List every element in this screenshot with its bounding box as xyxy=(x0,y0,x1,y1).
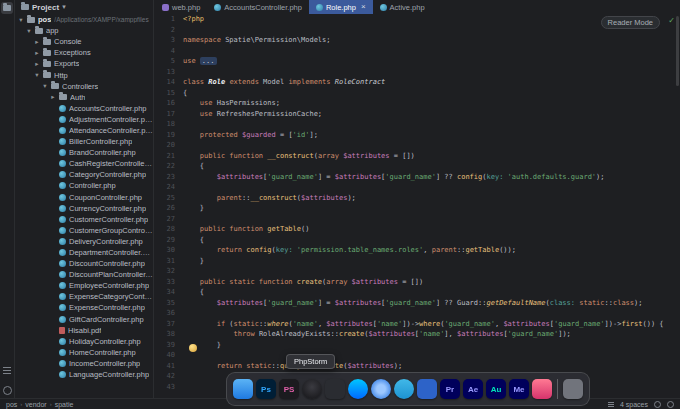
tree-item-http[interactable]: ▾Http xyxy=(15,69,153,80)
dock-finder-icon[interactable] xyxy=(233,379,253,399)
code-token: key: xyxy=(276,246,297,254)
code-line: 18 xyxy=(155,119,680,130)
tree-item-languagecontroller-php[interactable]: LanguageController.php xyxy=(15,369,153,380)
code-editor[interactable]: 1<?php23namespace Spatie\Permission\Mode… xyxy=(155,14,680,398)
project-panel-header[interactable]: Project ▾ xyxy=(15,0,153,14)
structure-tool-button[interactable] xyxy=(1,364,13,376)
code-line: 19 protected $guarded = ['id']; xyxy=(155,130,680,141)
tree-item-expensecategorycontroller-php[interactable]: ExpenseCategoryController.php xyxy=(15,291,153,302)
tree-item-deliverycontroller-php[interactable]: DeliveryController.php xyxy=(15,236,153,247)
chevron-right-icon[interactable]: ▸ xyxy=(34,49,40,57)
dock-premiere-icon[interactable]: Pr xyxy=(440,379,460,399)
tree-item-departmentcontroller-php[interactable]: DepartmentController.php xyxy=(15,247,153,258)
intention-bulb-icon[interactable] xyxy=(189,344,197,352)
code-line: 35 $attributes['guard_name'] = $attribut… xyxy=(155,298,680,309)
tree-item-homecontroller-php[interactable]: HomeController.php xyxy=(15,347,153,358)
dock-photoshop-icon[interactable]: Ps xyxy=(256,379,276,399)
tree-item-auth[interactable]: ▸Auth xyxy=(15,92,153,103)
tree-item-exports[interactable]: ▸Exports xyxy=(15,58,153,69)
code-token: getTable xyxy=(465,246,499,254)
tree-item-cashregistercontroller-php[interactable]: CashRegisterController.php xyxy=(15,158,153,169)
chevron-right-icon[interactable]: ▸ xyxy=(34,38,40,46)
code-line: 17 use RefreshesPermissionCache; xyxy=(155,109,680,120)
line-number: 16 xyxy=(155,98,183,109)
tree-item-controller-php[interactable]: Controller.php xyxy=(15,180,153,191)
chevron-right-icon[interactable]: ▸ xyxy=(50,93,56,101)
dock-obs-icon[interactable] xyxy=(302,379,322,399)
chevron-down-icon[interactable]: ▾ xyxy=(26,27,32,35)
tree-item-accountscontroller-php[interactable]: AccountsController.php xyxy=(15,103,153,114)
tree-item-attendancecontroller-php[interactable]: AttendanceController.php xyxy=(15,125,153,136)
tree-item-expensecontroller-php[interactable]: ExpenseController.php xyxy=(15,302,153,313)
dock-pink-app-icon[interactable] xyxy=(532,379,552,399)
tree-item-incomecontroller-php[interactable]: IncomeController.php xyxy=(15,358,153,369)
chevron-down-icon[interactable]: ▾ xyxy=(42,82,48,90)
inspection-ok-icon[interactable]: ✓ xyxy=(668,16,675,25)
tree-item-app[interactable]: ▾app xyxy=(15,25,153,36)
more-tools-button[interactable] xyxy=(1,384,13,396)
tree-item-pos[interactable]: ▾pos/Applications/XAMPP/xamppfiles xyxy=(15,14,153,25)
breadcrumb-item-spatie[interactable]: spatie xyxy=(55,401,74,408)
dock-phpstorm-icon[interactable]: PS xyxy=(279,379,299,399)
tree-item-console[interactable]: ▸Console xyxy=(15,36,153,47)
code-token: $attributes xyxy=(335,173,381,181)
dock-audition-icon[interactable]: Au xyxy=(486,379,506,399)
code-token: class xyxy=(613,299,634,307)
code-line: 14class Role extends Model implements Ro… xyxy=(155,77,680,88)
dock-messenger-icon[interactable] xyxy=(348,379,368,399)
code-token xyxy=(183,246,217,254)
code-token: <?php xyxy=(183,15,204,23)
code-token: $guarded xyxy=(242,131,276,139)
tree-item-customercontroller-php[interactable]: CustomerController.php xyxy=(15,214,153,225)
tab-web-php[interactable]: web.php xyxy=(155,0,207,14)
tab-active-php[interactable]: Active.php xyxy=(373,0,432,14)
tree-item-employeecontroller-php[interactable]: EmployeeController.php xyxy=(15,280,153,291)
chevron-right-icon[interactable]: ▸ xyxy=(34,60,40,68)
dock-browser-icon[interactable] xyxy=(371,379,391,399)
code-token: Role xyxy=(208,78,229,86)
breadcrumb-item-pos[interactable]: pos xyxy=(6,401,17,408)
indent-setting[interactable]: 4 spaces xyxy=(620,401,648,408)
code-token: parent xyxy=(217,194,242,202)
tree-item-brandcontroller-php[interactable]: BrandController.php xyxy=(15,147,153,158)
dock-after-effects-icon[interactable]: Ae xyxy=(463,379,483,399)
tree-item-hisabi-pdf[interactable]: Hisabi.pdf xyxy=(15,325,153,336)
editor-scrollbar[interactable] xyxy=(676,16,679,86)
tree-item-exceptions[interactable]: ▸Exceptions xyxy=(15,47,153,58)
folded-code-icon[interactable]: ... xyxy=(200,57,217,65)
dock-screen-recorder-icon[interactable] xyxy=(325,379,345,399)
tab-accountscontroller-php[interactable]: AccountsController.php xyxy=(207,0,309,14)
php-class-icon xyxy=(59,182,66,189)
close-icon[interactable]: × xyxy=(361,3,366,11)
code-text xyxy=(183,119,680,130)
tree-item-label: Controllers xyxy=(62,82,98,91)
tree-item-currencycontroller-php[interactable]: CurrencyController.php xyxy=(15,203,153,214)
php-class-icon xyxy=(59,105,66,112)
dock-trash-icon[interactable] xyxy=(563,379,583,399)
breadcrumb-item-vendor[interactable]: vendor xyxy=(25,401,46,408)
tree-item-categorycontroller-php[interactable]: CategoryController.php xyxy=(15,169,153,180)
notifications-icon[interactable] xyxy=(667,401,674,408)
tree-item-giftcardcontroller-php[interactable]: GiftCardController.php xyxy=(15,314,153,325)
dock-telegram-icon[interactable] xyxy=(394,379,414,399)
tree-item-controllers[interactable]: ▾Controllers xyxy=(15,81,153,92)
tree-item-billercontroller-php[interactable]: BillerController.php xyxy=(15,136,153,147)
tree-item-couponcontroller-php[interactable]: CouponController.php xyxy=(15,192,153,203)
dock-blue-app-icon[interactable] xyxy=(417,379,437,399)
line-number: 28 xyxy=(155,224,183,235)
chevron-down-icon[interactable]: ▾ xyxy=(34,71,40,79)
tree-item-discountcontroller-php[interactable]: DiscountController.php xyxy=(15,258,153,269)
chevron-down-icon[interactable]: ▾ xyxy=(18,16,24,24)
git-status-icon[interactable] xyxy=(608,404,614,405)
code-token: create xyxy=(339,330,364,338)
dock-media-encoder-icon[interactable]: Me xyxy=(509,379,529,399)
tree-item-holidaycontroller-php[interactable]: HolidayController.php xyxy=(15,336,153,347)
tab-role-php[interactable]: Role.php× xyxy=(309,0,373,14)
code-line: 41 return static::query()->create($attri… xyxy=(155,361,680,372)
tree-item-adjustmentcontroller-php[interactable]: AdjustmentController.php xyxy=(15,114,153,125)
lock-status-icon[interactable] xyxy=(654,401,661,408)
project-tool-button[interactable] xyxy=(1,2,13,14)
tree-item-customergroupcontroller-php[interactable]: CustomerGroupController.php xyxy=(15,225,153,236)
reader-mode-button[interactable]: Reader Mode xyxy=(601,16,660,29)
tree-item-discountplancontroller-php[interactable]: DiscountPlanController.php xyxy=(15,269,153,280)
